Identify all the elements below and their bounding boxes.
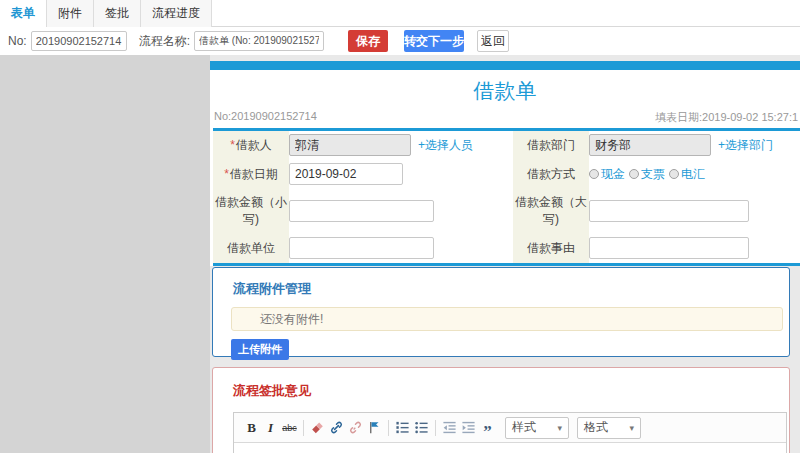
borrow-reason-field	[589, 233, 800, 263]
department-field: +选择部门	[589, 131, 800, 159]
form-title: 借款单	[210, 70, 800, 106]
approval-heading: 流程签批意见	[233, 382, 789, 400]
radio-cash[interactable]: 现金	[589, 166, 625, 183]
approval-panel: 流程签批意见 B I abc	[212, 367, 790, 453]
required-marker: *	[224, 166, 229, 183]
process-name-input[interactable]	[194, 31, 324, 51]
amount-lower-input[interactable]	[289, 200, 434, 222]
amount-upper-input[interactable]	[589, 200, 749, 222]
radio-wire[interactable]: 电汇	[669, 166, 705, 183]
caret-down-icon: ▾	[629, 423, 634, 433]
blockquote-icon[interactable]: ”	[479, 418, 496, 438]
tab-attachments[interactable]: 附件	[47, 0, 94, 27]
borrow-unit-field	[289, 233, 513, 263]
bold-icon[interactable]: B	[243, 418, 260, 438]
link-icon[interactable]	[328, 418, 345, 438]
loan-form-table: * 借款人 +选择人员 借款部门 +选择部门 * 借款日期	[213, 128, 800, 266]
toolbar-separator	[303, 420, 304, 436]
back-button[interactable]: 返回	[477, 30, 509, 52]
borrow-date-label: * 借款日期	[213, 159, 289, 189]
upload-attachment-button[interactable]: 上传附件	[231, 339, 289, 360]
no-input[interactable]	[31, 31, 127, 51]
borrow-reason-label: 借款事由	[513, 233, 589, 263]
panel-top-bar	[210, 61, 800, 70]
amount-upper-label: 借款金额（大写)	[513, 189, 589, 233]
amount-upper-field	[589, 189, 800, 233]
radio-button-icon	[669, 169, 679, 179]
strikethrough-icon[interactable]: abc	[281, 418, 298, 438]
department-input[interactable]	[589, 134, 711, 156]
action-toolbar: No: 流程名称: 保存 转交下一步 返回	[0, 27, 800, 55]
process-name-label: 流程名称:	[139, 33, 190, 50]
toolbar-separator	[388, 420, 389, 436]
fill-date: 填表日期:2019-09-02 15:27:1	[655, 110, 798, 125]
tab-progress[interactable]: 流程进度	[141, 0, 212, 27]
borrow-unit-label: 借款单位	[213, 233, 289, 263]
no-attachments-alert: 还没有附件!	[231, 307, 783, 331]
content-area: 借款单 No:20190902152714 填表日期:2019-09-02 15…	[210, 55, 800, 453]
select-person-link[interactable]: +选择人员	[418, 137, 473, 154]
borrow-date-field	[289, 159, 513, 189]
outdent-icon[interactable]	[441, 418, 458, 438]
italic-icon[interactable]: I	[262, 418, 279, 438]
required-marker: *	[230, 137, 235, 154]
attachments-heading: 流程附件管理	[233, 280, 789, 298]
loan-form-panel: 借款单 No:20190902152714 填表日期:2019-09-02 15…	[210, 61, 800, 266]
caret-down-icon: ▾	[557, 423, 562, 433]
format-select[interactable]: 格式 ▾	[577, 417, 641, 439]
toolbar-separator	[435, 420, 436, 436]
editor-content[interactable]	[234, 443, 786, 453]
form-meta-row: No:20190902152714 填表日期:2019-09-02 15:27:…	[210, 106, 800, 128]
indent-icon[interactable]	[460, 418, 477, 438]
doc-number: No:20190902152714	[214, 110, 317, 122]
borrower-field: +选择人员	[289, 131, 513, 159]
borrow-method-label: 借款方式	[513, 159, 589, 189]
rich-text-editor: B I abc	[233, 412, 787, 453]
save-button[interactable]: 保存	[348, 30, 388, 52]
borrower-input[interactable]	[289, 134, 411, 156]
radio-button-icon	[629, 169, 639, 179]
bullet-list-icon[interactable]	[413, 418, 430, 438]
anchor-flag-icon[interactable]	[366, 418, 383, 438]
borrow-reason-input[interactable]	[589, 237, 749, 259]
amount-lower-label: 借款金额（小写)	[213, 189, 289, 233]
remove-format-icon[interactable]	[309, 418, 326, 438]
amount-lower-field	[289, 189, 513, 233]
radio-check[interactable]: 支票	[629, 166, 665, 183]
borrower-label: * 借款人	[213, 131, 289, 159]
tab-bar: 表单 附件 签批 流程进度	[0, 0, 800, 27]
screen: 表单 附件 签批 流程进度 No: 流程名称: 保存 转交下一步 返回 借款单 …	[0, 0, 800, 453]
tab-form[interactable]: 表单	[0, 0, 47, 27]
attachments-panel: 流程附件管理 还没有附件! 上传附件	[212, 267, 790, 357]
borrow-unit-input[interactable]	[289, 237, 434, 259]
department-label: 借款部门	[513, 131, 589, 159]
borrow-date-input[interactable]	[289, 163, 403, 185]
styles-select[interactable]: 样式 ▾	[505, 417, 569, 439]
tab-approval[interactable]: 签批	[94, 0, 141, 27]
editor-toolbar: B I abc	[234, 413, 786, 443]
transfer-next-step-button[interactable]: 转交下一步	[404, 30, 464, 52]
unlink-icon[interactable]	[347, 418, 364, 438]
numbered-list-icon[interactable]	[394, 418, 411, 438]
borrow-method-field: 现金 支票 电汇	[589, 159, 800, 189]
select-department-link[interactable]: +选择部门	[718, 137, 773, 154]
radio-button-icon	[589, 169, 599, 179]
no-label: No:	[8, 34, 27, 48]
